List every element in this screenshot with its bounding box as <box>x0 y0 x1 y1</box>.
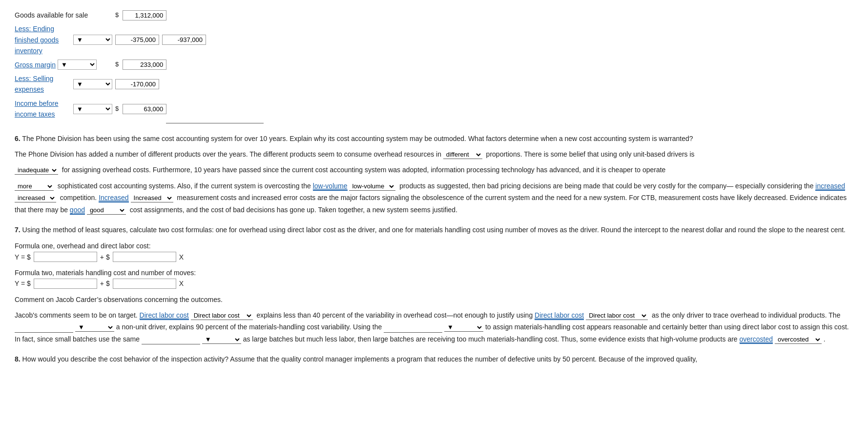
gross-margin-row: Gross margin ▼ $ <box>15 60 853 70</box>
q6-low-volume-select[interactable]: low-volume high-volume <box>349 182 395 191</box>
formula2-label: Formula two, materials handling cost and… <box>15 267 853 278</box>
q7-inline-input3[interactable] <box>142 335 200 344</box>
ending-inventory-input2[interactable] <box>162 35 206 45</box>
formula2-plus: + $ <box>100 278 110 289</box>
ending-inventory-row: Less: Ending finished goods inventory ▼ <box>15 23 853 56</box>
selling-expenses-select[interactable]: ▼ <box>73 79 112 89</box>
q8-question: 8. How would you describe the cost behav… <box>15 354 853 365</box>
q7-number: 7. <box>15 226 21 234</box>
formula2-row: Y = $ + $ X <box>15 278 853 289</box>
selling-expenses-row: Less: Selling expenses ▼ <box>15 73 853 95</box>
q6-different-select[interactable]: different similar equal <box>443 150 482 159</box>
q6-question: 6. The Phone Division has been using the… <box>15 133 853 144</box>
goods-available-row: Goods available for sale $ <box>15 10 853 20</box>
formula2-section: Formula two, materials handling cost and… <box>15 267 853 289</box>
selling-expenses-link[interactable]: Less: Selling expenses <box>15 73 71 95</box>
dollar-sign-1: $ <box>115 10 119 20</box>
gross-margin-link[interactable]: Gross margin <box>15 60 56 70</box>
q6-increased2-select[interactable]: Increased Decreased <box>131 194 173 202</box>
q6-increased1-link: increased <box>815 182 845 191</box>
q7-overcosted-select[interactable]: overcosted undercosted <box>775 335 822 344</box>
question-8-block: 8. How would you describe the cost behav… <box>15 354 853 365</box>
q6-increased1-select[interactable]: increased decreased <box>15 194 56 202</box>
q7-dlc2-select[interactable]: Direct labor cost Number of moves <box>586 311 648 320</box>
q6-answer-p1: The Phone Division has added a number of… <box>15 148 853 161</box>
q7-answer: Jacob's comments seem to be on target. D… <box>15 309 853 345</box>
dollar-sign-2: $ <box>115 60 119 70</box>
formula2-x: X <box>179 278 184 289</box>
q6-answer-p2: inadequate adequate sufficient for assig… <box>15 164 853 176</box>
bottom-divider <box>166 123 264 123</box>
q7-dlc2-link: Direct labor cost <box>535 311 584 320</box>
formula1-row: Y = $ + $ X <box>15 252 853 262</box>
gross-margin-input[interactable] <box>123 60 166 70</box>
dollar-sign-3: $ <box>115 104 119 114</box>
q7-comment-label: Comment on Jacob Carder’s observations c… <box>15 294 853 305</box>
q6-answer-p3: more less sophisticated cost accounting … <box>15 180 853 216</box>
goods-available-label: Goods available for sale <box>15 11 88 19</box>
formula1-y: Y = $ <box>15 252 31 262</box>
selling-expenses-input[interactable] <box>115 79 159 89</box>
q6-number: 6. <box>15 135 21 142</box>
q7-non-unit-select[interactable]: ▼ <box>75 323 114 332</box>
formula1-slope[interactable] <box>113 252 176 262</box>
q6-more-select[interactable]: more less <box>15 182 54 191</box>
gross-margin-select[interactable]: ▼ <box>58 60 97 70</box>
q7-dlc1-link: Direct labor cost <box>140 311 189 320</box>
income-before-taxes-input[interactable] <box>123 104 166 114</box>
q6-good-link: good <box>70 206 85 215</box>
q7-assign-select[interactable]: ▼ <box>444 323 483 332</box>
formula1-plus: + $ <box>100 252 110 262</box>
question-6-block: 6. The Phone Division has been using the… <box>15 133 853 216</box>
income-before-taxes-row: Income before income taxes ▼ $ <box>15 98 853 120</box>
q7-same-select[interactable]: ▼ <box>202 335 241 344</box>
ending-inventory-input1[interactable] <box>115 35 159 45</box>
formula2-slope[interactable] <box>113 279 176 289</box>
ending-inventory-link[interactable]: Less: Ending finished goods inventory <box>15 23 71 56</box>
q8-number: 8. <box>15 355 21 363</box>
income-before-taxes-link[interactable]: Income before income taxes <box>15 98 71 120</box>
financial-table: Goods available for sale $ Less: Ending … <box>15 10 853 123</box>
formula1-label: Formula one, overhead and direct labor c… <box>15 241 853 251</box>
q7-inline-input1[interactable] <box>15 323 73 333</box>
question-7-block: 7. Using the method of least squares, ca… <box>15 224 853 345</box>
ending-inventory-select[interactable]: ▼ <box>73 35 112 45</box>
q6-inadequate-select[interactable]: inadequate adequate sufficient <box>15 166 58 175</box>
formula2-intercept[interactable] <box>34 279 97 289</box>
q7-question: 7. Using the method of least squares, ca… <box>15 224 853 236</box>
formula1-section: Formula one, overhead and direct labor c… <box>15 241 853 262</box>
q6-low-volume-link: low-volume <box>313 182 348 191</box>
formula1-x: X <box>179 252 184 262</box>
q6-increased2-link: Increased <box>99 194 128 202</box>
q7-dlc1-select[interactable]: Direct labor cost Number of moves <box>191 311 253 320</box>
q6-good-select[interactable]: good bad poor <box>87 206 126 215</box>
goods-available-input[interactable] <box>123 10 166 20</box>
formula1-intercept[interactable] <box>34 252 97 262</box>
income-before-taxes-select[interactable]: ▼ <box>73 104 112 114</box>
q7-inline-input2[interactable] <box>384 323 442 333</box>
formula2-y: Y = $ <box>15 278 31 289</box>
q7-overcosted-link: overcosted <box>740 335 773 344</box>
